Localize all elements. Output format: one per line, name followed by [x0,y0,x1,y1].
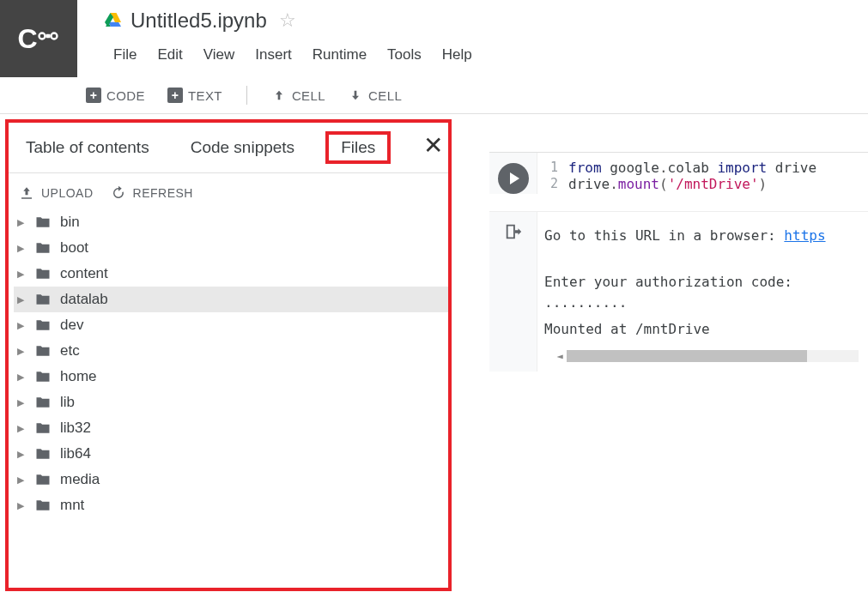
cell-up-button[interactable]: CELL [263,84,334,106]
add-code-button[interactable]: + CODE [77,84,154,106]
tree-folder-content[interactable]: ▶content [14,261,448,287]
folder-label: boot [60,239,88,257]
line-number: 1 [537,160,558,176]
drive-icon [103,10,124,31]
tok: colab [668,160,709,176]
main: Table of contents Code snippets Files ✕ … [0,114,868,591]
plus-icon: + [167,88,183,103]
tok: . [659,160,668,176]
tree-folder-bin[interactable]: ▶bin [14,209,448,235]
output-gutter [489,212,537,372]
folder-label: mnt [60,497,84,514]
scroll-thumb[interactable] [567,350,807,362]
tok: mount [618,176,659,192]
folder-label: home [60,368,97,385]
chevron-right-icon: ▶ [17,243,26,254]
chevron-right-icon: ▶ [17,397,26,408]
folder-icon [33,239,53,257]
file-tree[interactable]: ▶bin▶boot▶content▶datalab▶dev▶etc▶home▶l… [9,209,448,578]
output-text: Enter your authorization code: [544,274,792,290]
output-icon[interactable] [504,222,523,241]
tree-folder-lib32[interactable]: ▶lib32 [14,415,448,441]
folder-icon [33,342,53,359]
auth-link[interactable]: https [784,227,825,244]
chevron-right-icon: ▶ [17,346,26,357]
tok: google [610,160,659,176]
scroll-track[interactable] [567,350,859,362]
title-area: Untitled5.ipynb ☆ File Edit View Insert … [77,0,868,67]
chevron-right-icon: ▶ [17,423,26,434]
sidebar-actions: UPLOAD REFRESH [9,173,448,209]
folder-label: lib32 [60,420,91,437]
folder-icon [33,420,53,437]
menu-insert[interactable]: Insert [245,43,302,67]
tok: import [717,160,767,176]
refresh-button[interactable]: REFRESH [111,185,193,201]
colab-logo[interactable]: C [0,0,77,77]
tab-toc[interactable]: Table of contents [19,135,156,160]
tok: drive [568,176,610,192]
tab-snippets[interactable]: Code snippets [184,135,301,160]
header: C Untitled5.ipynb ☆ File Edit View Inser… [0,0,868,77]
folder-label: datalab [60,291,108,308]
tree-folder-media[interactable]: ▶media [14,467,448,492]
close-icon[interactable]: ✕ [423,131,443,160]
output-text: Go to this URL in a browser: [544,227,784,244]
folder-icon [33,214,53,231]
horizontal-scrollbar[interactable]: ◄ [553,349,868,363]
chevron-right-icon: ▶ [17,269,26,280]
code-cell[interactable]: 1 from google.colab import drive 2 dr [489,152,868,194]
chevron-right-icon: ▶ [17,372,26,383]
cell-up-label: CELL [292,88,325,103]
tok: ) [759,176,768,192]
tree-folder-lib[interactable]: ▶lib [14,390,448,415]
folder-label: bin [60,214,80,231]
tree-folder-etc[interactable]: ▶etc [14,338,448,364]
folder-icon [33,291,53,308]
scroll-left-icon[interactable]: ◄ [553,349,567,363]
output-body: Go to this URL in a browser: https Enter… [537,212,868,372]
cell-down-button[interactable]: CELL [339,84,410,106]
folder-icon [33,317,53,334]
menu-runtime[interactable]: Runtime [302,43,377,67]
tree-folder-lib64[interactable]: ▶lib64 [14,441,448,467]
folder-icon [33,471,53,488]
sidebar-tabs: Table of contents Code snippets Files ✕ [9,123,448,173]
folder-icon [33,394,53,411]
refresh-icon [111,185,126,201]
tok: . [610,176,618,192]
output-text: ·········· [544,298,627,314]
menu-view[interactable]: View [193,43,246,67]
arrow-up-icon [271,88,287,103]
folder-label: etc [60,342,80,359]
tree-folder-boot[interactable]: ▶boot [14,235,448,261]
menu-tools[interactable]: Tools [377,43,432,67]
code-body[interactable]: 1 from google.colab import drive 2 dr [537,153,868,194]
tree-folder-dev[interactable]: ▶dev [14,312,448,338]
arrow-down-icon [348,88,363,103]
menu-help[interactable]: Help [432,43,483,67]
play-icon [510,172,519,184]
tree-folder-mnt[interactable]: ▶mnt [14,492,448,518]
add-text-button[interactable]: + TEXT [159,84,231,106]
folder-icon [33,445,53,462]
notebook-title[interactable]: Untitled5.ipynb [131,9,267,33]
menu-edit[interactable]: Edit [147,43,192,67]
folder-label: lib64 [60,445,91,462]
upload-button[interactable]: UPLOAD [19,185,94,201]
sidebar-panel: Table of contents Code snippets Files ✕ … [5,119,452,591]
tab-files[interactable]: Files [325,131,391,164]
star-icon[interactable]: ☆ [279,9,296,32]
add-code-label: CODE [106,88,145,103]
menu-file[interactable]: File [103,43,147,67]
folder-icon [33,497,53,514]
folder-label: media [60,471,100,488]
logo-text: C [17,23,59,55]
folder-label: content [60,265,108,282]
chevron-right-icon: ▶ [17,474,26,486]
plus-icon: + [86,88,101,103]
run-button[interactable] [498,163,529,194]
separator [246,86,247,105]
tree-folder-home[interactable]: ▶home [14,364,448,390]
tree-folder-datalab[interactable]: ▶datalab [14,287,448,312]
